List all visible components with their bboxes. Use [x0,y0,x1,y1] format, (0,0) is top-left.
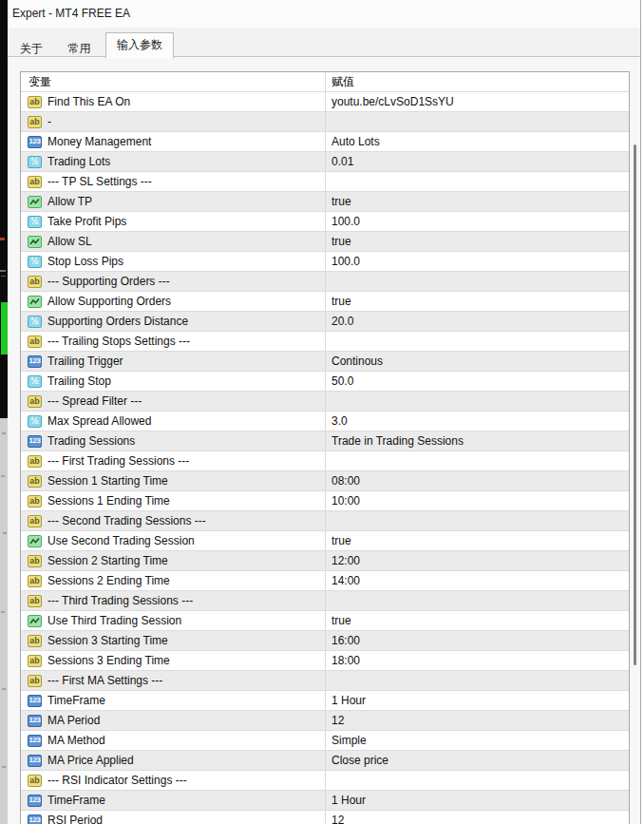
param-value-cell[interactable]: 12 [325,811,629,824]
table-row[interactable]: ab --- First Trading Sessions --- [21,451,629,471]
table-row[interactable]: 123 RSI Period 12 [21,811,629,824]
param-value-cell[interactable] [325,392,629,411]
table-row[interactable]: ab Find This EA On youtu.be/cLvSoD1SsYU [21,92,629,112]
table-row[interactable]: ab Session 3 Starting Time 16:00 [21,631,629,651]
column-header-variable[interactable]: 变量 [21,72,325,91]
string-type-icon: ab [28,595,42,607]
tab-3[interactable]: 输入参数 [105,32,174,59]
table-row[interactable]: 123 Trailing Trigger Continous [21,352,629,372]
table-row[interactable]: ½ Supporting Orders Distance 20.0 [21,312,629,332]
param-value-cell[interactable]: 1 Hour [325,691,629,710]
param-name: --- First Trading Sessions --- [47,454,189,468]
param-value-cell[interactable]: 100.0 [325,252,629,271]
param-value-cell[interactable]: Continous [325,352,629,371]
table-row[interactable]: Allow Supporting Orders true [21,292,629,312]
param-value-cell[interactable]: Simple [325,731,629,750]
table-row[interactable]: Allow TP true [21,192,629,212]
table-row[interactable]: ½ Trailing Stop 50.0 [21,372,629,392]
table-row[interactable]: ½ Stop Loss Pips 100.0 [21,252,629,272]
param-value-cell[interactable]: true [325,531,629,550]
table-row[interactable]: 123 MA Price Applied Close price [21,751,629,771]
table-row[interactable]: Use Second Trading Session true [21,531,629,551]
table-row[interactable]: 123 Money Management Auto Lots [21,132,629,152]
param-value-cell[interactable] [325,112,629,131]
table-row[interactable]: ab Sessions 2 Ending Time 14:00 [21,571,629,591]
param-value-cell[interactable]: 12 [325,711,629,730]
param-value-cell[interactable] [325,172,629,191]
param-value-cell[interactable] [325,771,629,790]
table-row[interactable]: Allow SL true [21,232,629,252]
table-row[interactable]: ab --- Supporting Orders --- [21,272,629,292]
param-value-cell[interactable]: 1 Hour [325,791,629,810]
dialog-titlebar: Expert - MT4 FREE EA [8,0,640,28]
table-row[interactable]: ab --- RSI Indicator Settings --- [21,771,629,791]
param-value-cell[interactable]: 18:00 [325,651,629,670]
table-row[interactable]: ½ Max Spread Allowed 3.0 [21,412,629,431]
param-value-cell[interactable]: 10:00 [325,491,629,510]
param-value-cell[interactable]: 50.0 [325,372,629,391]
param-value-cell[interactable]: true [325,192,629,211]
int-type-icon: 123 [28,695,42,707]
table-row[interactable]: ab Session 2 Starting Time 12:00 [21,551,629,571]
double-type-icon: ½ [28,375,42,388]
table-row[interactable]: 123 TimeFrame 1 Hour [21,791,629,811]
table-row[interactable]: 123 Trading Sessions Trade in Trading Se… [21,431,629,451]
param-name-cell: 123 MA Price Applied [21,751,325,770]
double-type-icon: ½ [28,216,42,228]
param-value-cell[interactable]: 12:00 [325,551,629,570]
param-value: 100.0 [331,215,360,228]
param-value-cell[interactable] [325,511,629,530]
column-header-value[interactable]: 赋值 [325,72,629,91]
param-value-cell[interactable]: Trade in Trading Sessions [325,431,629,450]
param-value: true [331,614,351,627]
string-type-icon: ab [28,116,42,128]
tab-baseline [8,56,640,57]
table-row[interactable]: ½ Trading Lots 0.01 [21,152,629,172]
table-row[interactable]: ab Sessions 1 Ending Time 10:00 [21,491,629,511]
param-value-cell[interactable]: Close price [325,751,629,770]
table-row[interactable]: 123 MA Method Simple [21,731,629,751]
table-row[interactable]: ½ Take Profit Pips 100.0 [21,212,629,232]
table-row[interactable]: ab --- Third Trading Sessions --- [21,591,629,611]
param-value-cell[interactable] [325,671,629,690]
table-row[interactable]: ab --- Spread Filter --- [21,392,629,412]
double-type-icon: ½ [28,415,42,428]
param-value-cell[interactable]: Auto Lots [325,132,629,151]
param-value-cell[interactable]: 3.0 [325,412,629,431]
table-row[interactable]: 123 TimeFrame 1 Hour [21,691,629,711]
param-name: MA Period [47,714,100,727]
param-value-cell[interactable]: 100.0 [325,212,629,231]
table-row[interactable]: ab Sessions 3 Ending Time 18:00 [21,651,629,671]
param-name: Trailing Trigger [47,355,123,368]
table-row[interactable]: ab --- Trailing Stops Settings --- [21,332,629,352]
param-value-cell[interactable]: 14:00 [325,571,629,590]
table-row[interactable]: ab --- First MA Settings --- [21,671,629,691]
expert-properties-dialog: Expert - MT4 FREE EA 关于 常用 输入参数 变量 赋值 ab… [8,0,641,824]
table-row[interactable]: 123 MA Period 12 [21,711,629,731]
param-value-cell[interactable]: youtu.be/cLvSoD1SsYU [325,92,629,111]
vertical-scrollbar-thumb[interactable] [634,144,636,665]
table-row[interactable]: ab --- Second Trading Sessions --- [21,511,629,531]
string-type-icon: ab [28,515,42,527]
param-name: TimeFrame [47,694,105,707]
param-value-cell[interactable]: 16:00 [325,631,629,650]
param-value: 18:00 [331,654,360,667]
param-value-cell[interactable] [325,451,629,470]
param-value-cell[interactable]: 08:00 [325,471,629,490]
param-name-cell: Allow Supporting Orders [21,292,325,311]
param-value-cell[interactable] [325,591,629,610]
tab-label: 输入参数 [117,38,162,51]
param-value-cell[interactable] [325,332,629,351]
table-row[interactable]: ab --- TP SL Settings --- [21,172,629,192]
table-row[interactable]: ab Session 1 Starting Time 08:00 [21,471,629,491]
param-value-cell[interactable] [325,272,629,291]
param-value-cell[interactable]: true [325,292,629,311]
param-name: --- Supporting Orders --- [47,275,170,288]
param-value-cell[interactable]: 0.01 [325,152,629,171]
table-row[interactable]: ab - [21,112,629,132]
param-name: TimeFrame [47,794,105,807]
param-value-cell[interactable]: 20.0 [325,312,629,331]
param-value-cell[interactable]: true [325,232,629,251]
table-row[interactable]: Use Third Trading Session true [21,611,629,631]
param-value-cell[interactable]: true [325,611,629,630]
